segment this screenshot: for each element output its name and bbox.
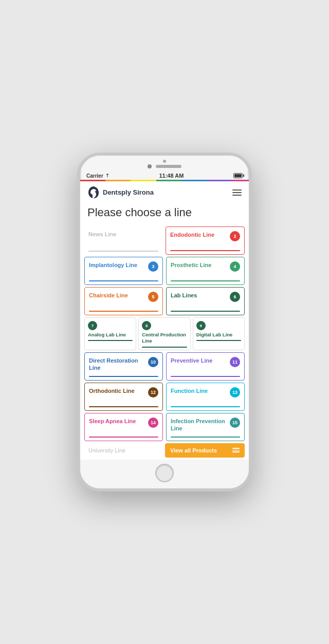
central-badge-row: 8 [142,321,187,330]
prosthetic-line-card[interactable]: Prosthetic Line 4 [166,257,245,285]
implantology-underline [89,280,158,281]
sleep-apnea-name: Sleep Apnea Line [89,418,146,425]
function-content: Function Line 13 [171,387,240,397]
implantology-line-card[interactable]: Implantology Line 3 [84,257,163,285]
grid-row-1: News Line Endodontic Line 2 [84,226,245,255]
lab-lines-underline [171,311,240,312]
time-display: 11:48 AM [159,173,184,179]
analog-lab-card[interactable]: 7 Analog Lab Line [84,317,136,350]
orthodontic-line-name: Orthodontic Line [89,387,146,394]
direct-restoration-content: Direct Restoration Line 10 [89,357,158,372]
endodontic-line-name: Endodontic Line [170,231,228,238]
grid-row-2: Implantology Line 3 Prosthetic Line 4 [84,257,245,285]
direct-restoration-underline [89,376,158,377]
direct-restoration-name: Direct Restoration Line [89,357,146,372]
phone-top [80,156,249,171]
endodontic-content: Endodontic Line 2 [170,231,240,241]
implantology-line-name: Implantology Line [89,261,146,269]
grid-row-4: Direct Restoration Line 10 Preventive Li… [84,352,245,381]
lab-lines-content: Lab Lines 6 [171,292,240,302]
function-line-card[interactable]: Function Line 13 [166,383,245,411]
digital-badge-row: 9 [196,321,241,330]
endodontic-line-card[interactable]: Endodontic Line 2 [166,226,245,255]
university-name: University Line [88,447,125,453]
view-all-line-1 [232,448,240,449]
preventive-line-name: Preventive Line [171,357,228,364]
speaker-dot [163,160,166,163]
central-production-card[interactable]: 8 Central Production Line [138,317,190,350]
lab-lines-card[interactable]: Lab Lines 6 [166,287,245,315]
lab-sub-row: 7 Analog Lab Line 8 Central Production L… [84,317,245,350]
view-all-line-3 [232,451,240,452]
lab-lines-name: Lab Lines [171,292,228,299]
camera [148,164,152,168]
content-area: News Line Endodontic Line 2 Implantology… [80,224,249,460]
function-underline [171,406,240,407]
chairside-underline [89,311,158,312]
prosthetic-content: Prosthetic Line 4 [171,261,240,272]
chairside-line-card[interactable]: Chairside Line 5 [84,287,163,315]
sleep-apnea-badge: 14 [148,418,158,428]
chairside-content: Chairside Line 5 [89,292,158,302]
analog-lab-badge: 7 [88,321,97,330]
digital-lab-badge: 9 [196,321,206,330]
infection-prevention-card[interactable]: Infection Prevention Line 15 [166,413,245,441]
app-header: Dentsply Sirona [80,181,249,203]
preventive-content: Preventive Line 11 [171,357,240,367]
function-badge: 13 [230,387,240,397]
analog-lab-name: Analog Lab Line [88,332,133,338]
infection-prevention-badge: 15 [230,418,240,428]
direct-restoration-card[interactable]: Direct Restoration Line 10 [84,352,163,381]
bottom-bar: University Line View all Products [84,443,245,458]
central-production-name: Central Production Line [142,332,187,345]
infection-content: Infection Prevention Line 15 [171,418,240,432]
wifi-icon: ⇡ [105,173,109,178]
preventive-line-card[interactable]: Preventive Line 11 [166,352,245,381]
dentsply-logo-icon [87,185,100,200]
chairside-badge: 5 [148,292,158,302]
function-line-name: Function Line [171,387,228,394]
endodontic-badge: 2 [230,231,240,241]
page-title: Please choose a line [80,203,249,224]
digital-lab-name: Digital Lab Line [196,332,241,338]
implantology-content: Implantology Line 3 [89,261,158,272]
lab-lines-badge: 6 [230,292,240,302]
analog-lab-underline [88,340,133,341]
menu-line-1 [232,190,242,191]
view-all-button[interactable]: View all Products [165,443,245,458]
status-right [233,173,243,178]
status-left: Carrier ⇡ [86,173,109,179]
logo-container: Dentsply Sirona [87,185,154,200]
prosthetic-line-name: Prosthetic Line [171,261,228,269]
preventive-badge: 11 [230,357,240,367]
digital-lab-card[interactable]: 9 Digital Lab Line [193,317,245,350]
phone-frame: Carrier ⇡ 11:48 AM Dentsply Sirona Pleas… [77,153,252,491]
preventive-underline [171,376,240,377]
menu-line-3 [232,195,242,196]
grid-row-3: Chairside Line 5 Lab Lines 6 [84,287,245,315]
home-button[interactable] [155,464,174,482]
news-line-card[interactable]: News Line [84,226,162,255]
menu-line-2 [232,192,242,193]
prosthetic-badge: 4 [230,261,240,272]
view-all-label: View all Products [170,447,217,453]
status-bar: Carrier ⇡ 11:48 AM [80,171,249,180]
sleep-apnea-card[interactable]: Sleep Apnea Line 14 [84,413,163,441]
implantology-badge: 3 [148,261,158,272]
battery-fill [234,174,242,177]
endodontic-underline [170,250,240,251]
infection-underline [171,437,240,438]
news-line-content: News Line [88,231,158,238]
grid-row-5: Orthodontic Line 12 Function Line 13 [84,383,245,411]
menu-icon[interactable] [232,190,242,196]
camera-speaker-row [148,164,181,168]
orthodontic-content: Orthodontic Line 12 [89,387,158,397]
infection-prevention-name: Infection Prevention Line [171,418,228,432]
view-all-line-2 [232,450,240,451]
orthodontic-badge: 12 [148,387,158,397]
university-card: University Line [84,443,162,458]
orthodontic-line-card[interactable]: Orthodontic Line 12 [84,383,163,411]
prosthetic-underline [171,280,240,281]
digital-lab-underline [196,340,241,341]
direct-restoration-badge: 10 [148,357,158,367]
